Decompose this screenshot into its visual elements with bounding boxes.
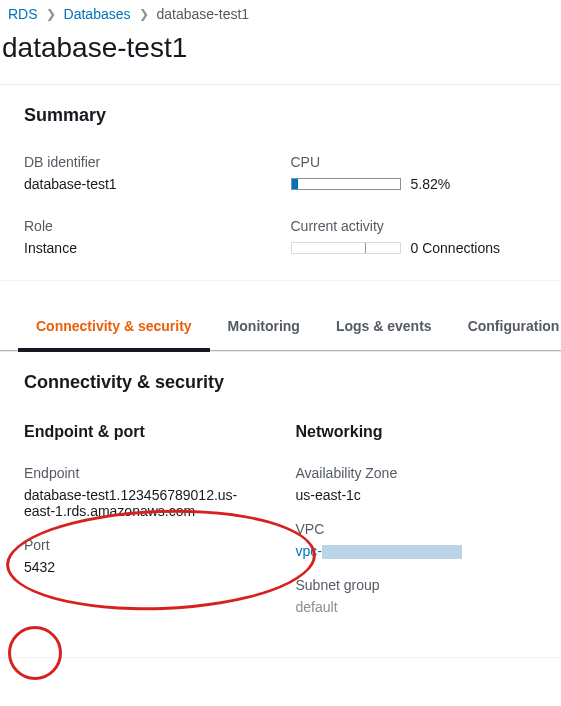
networking-heading: Networking bbox=[296, 423, 538, 441]
vpc-label: VPC bbox=[296, 521, 538, 537]
vpc-redacted bbox=[322, 545, 462, 559]
activity-meter bbox=[291, 242, 401, 254]
endpoint-label: Endpoint bbox=[24, 465, 266, 481]
db-identifier-label: DB identifier bbox=[24, 154, 271, 170]
cpu-value: 5.82% bbox=[411, 176, 451, 192]
role-label: Role bbox=[24, 218, 271, 234]
tab-configuration[interactable]: Configuration bbox=[450, 302, 561, 350]
vpc-link[interactable]: vpc- bbox=[296, 543, 462, 559]
breadcrumb-databases[interactable]: Databases bbox=[64, 6, 131, 22]
page-title: database-test1 bbox=[0, 26, 561, 84]
field-activity: Current activity 0 Connections bbox=[291, 218, 538, 256]
networking-section: Networking Availability Zone us-east-1c … bbox=[296, 423, 538, 633]
field-cpu: CPU 5.82% bbox=[291, 154, 538, 192]
vpc-value: vpc- bbox=[296, 543, 538, 559]
port-label: Port bbox=[24, 537, 266, 553]
field-db-identifier: DB identifier database-test1 bbox=[24, 154, 271, 192]
chevron-right-icon: ❯ bbox=[139, 7, 149, 21]
tab-monitoring[interactable]: Monitoring bbox=[210, 302, 318, 350]
field-role: Role Instance bbox=[24, 218, 271, 256]
connectivity-panel: Connectivity & security Endpoint & port … bbox=[0, 351, 561, 657]
endpoint-port-section: Endpoint & port Endpoint database-test1.… bbox=[24, 423, 266, 633]
activity-label: Current activity bbox=[291, 218, 538, 234]
cpu-meter bbox=[291, 178, 401, 190]
az-value: us-east-1c bbox=[296, 487, 538, 503]
endpoint-value: database-test1.123456789012.us-east-1.rd… bbox=[24, 487, 266, 519]
endpoint-port-heading: Endpoint & port bbox=[24, 423, 266, 441]
summary-heading: Summary bbox=[24, 105, 537, 126]
az-label: Availability Zone bbox=[296, 465, 538, 481]
port-value: 5432 bbox=[24, 559, 266, 575]
breadcrumb-rds[interactable]: RDS bbox=[8, 6, 38, 22]
cpu-label: CPU bbox=[291, 154, 538, 170]
breadcrumb: RDS ❯ Databases ❯ database-test1 bbox=[0, 0, 561, 26]
breadcrumb-current: database-test1 bbox=[157, 6, 250, 22]
db-identifier-value: database-test1 bbox=[24, 176, 271, 192]
tab-connectivity[interactable]: Connectivity & security bbox=[18, 302, 210, 350]
chevron-right-icon: ❯ bbox=[46, 7, 56, 21]
summary-panel: Summary DB identifier database-test1 CPU… bbox=[0, 84, 561, 280]
subnet-group-label: Subnet group bbox=[296, 577, 538, 593]
tab-logs-events[interactable]: Logs & events bbox=[318, 302, 450, 350]
connectivity-heading: Connectivity & security bbox=[24, 372, 537, 393]
role-value: Instance bbox=[24, 240, 271, 256]
tabs: Connectivity & security Monitoring Logs … bbox=[0, 302, 561, 351]
subnet-group-value: default bbox=[296, 599, 538, 615]
activity-value: 0 Connections bbox=[411, 240, 501, 256]
